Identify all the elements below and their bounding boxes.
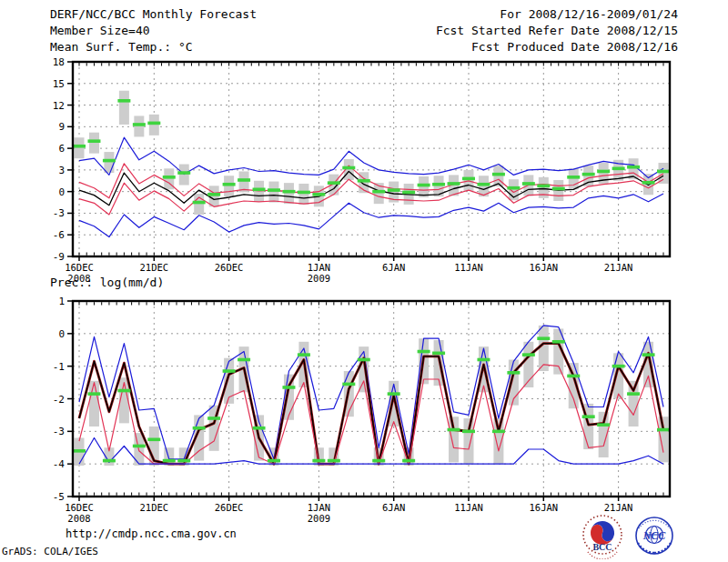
- temp-climatology-mark: [298, 191, 310, 195]
- temp-spread-bar: [209, 186, 219, 206]
- precip-climatology-mark: [402, 459, 415, 463]
- forecast-range-label: For 2008/12/16-2009/01/24: [500, 7, 678, 21]
- temp-y-tick-label: 12: [53, 100, 65, 112]
- temp-climatology-mark: [223, 183, 236, 186]
- precip-climatology-mark: [448, 428, 460, 432]
- temp-x-tick-label: 21JAN: [604, 262, 633, 273]
- precip-climatology-mark: [117, 389, 130, 393]
- temp-climatology-mark: [402, 191, 415, 195]
- precip-climatology-mark: [567, 375, 580, 378]
- temp-spread-bar: [224, 176, 234, 196]
- precip-spread-bar: [464, 418, 474, 464]
- temp-climatology-mark: [163, 176, 176, 179]
- temp-y-tick-label: -9: [53, 251, 65, 263]
- precip-climatology-mark: [342, 383, 355, 386]
- temp-climatology-mark: [507, 186, 520, 190]
- temp-climatology-mark: [177, 171, 190, 175]
- temp-climatology-mark: [238, 178, 250, 182]
- precip-x-tick-label: 26DEC: [215, 502, 244, 513]
- precip-climatology-mark: [268, 459, 280, 463]
- precip-climatology-mark: [642, 353, 655, 356]
- temp-y-tick-label: 18: [53, 56, 65, 68]
- precip-x-tick-label: 6JAN: [382, 502, 405, 513]
- precip-climatology-mark: [238, 358, 250, 362]
- precip-y-tick-label: -3: [53, 426, 65, 437]
- temp-spread-bar: [134, 115, 144, 136]
- precip-spread-bar: [389, 381, 399, 427]
- precip-climatology-mark: [582, 415, 595, 418]
- precip-climatology-mark: [507, 371, 520, 375]
- temp-spread-bar: [104, 152, 114, 173]
- temp-y-tick-label: 6: [58, 143, 65, 155]
- temp-climatology-mark: [477, 183, 490, 186]
- temp-x-tick-label: 26DEC: [215, 262, 244, 273]
- precip-y-tick-label: 1: [58, 296, 65, 307]
- temp-y-tick-label: 0: [58, 186, 65, 198]
- temp-plot-border: [73, 62, 670, 256]
- temp-x-tick-label: 16DEC: [65, 262, 94, 273]
- temp-climatology-mark: [418, 184, 430, 187]
- precip-x-tick-label: 11JAN: [454, 502, 483, 513]
- temp-climatology-mark: [73, 145, 86, 148]
- temp-climatology-mark: [522, 182, 535, 186]
- ncc-logo: NCC: [628, 516, 681, 557]
- precip-x-tick-label: 21DEC: [140, 502, 169, 513]
- bcc-logo: BCC: [579, 514, 626, 559]
- temp-x-tick-label: 6JAN: [382, 262, 405, 273]
- temp-chart-title: Mean Surf. Temp.: °C: [50, 40, 193, 54]
- precip-climatology-mark: [492, 430, 505, 434]
- precip-climatology-mark: [133, 445, 146, 448]
- temp-climatology-mark: [358, 179, 370, 183]
- temp-x-tick-label: 16JAN: [530, 262, 559, 273]
- temp-y-tick-label: -6: [53, 229, 65, 241]
- precip-x-tick-label: 21JAN: [604, 502, 633, 513]
- page-title: DERF/NCC/BCC Monthly Forecast: [50, 7, 257, 21]
- temp-climatology-mark: [627, 166, 640, 169]
- precip-climatology-mark: [223, 369, 236, 373]
- precip-x-tick-label: 16DEC: [65, 502, 94, 513]
- temp-x-tick-label: 21DEC: [140, 262, 169, 273]
- precip-y-tick-label: -2: [53, 394, 65, 406]
- precip-climatology-mark: [207, 416, 220, 420]
- temp-spread-bar: [149, 115, 159, 135]
- temp-climatology-mark: [642, 181, 655, 185]
- temp-spread-bar: [659, 163, 669, 184]
- temp-climatology-mark: [448, 182, 460, 186]
- temp-spread-bar: [298, 184, 308, 205]
- precip-climatology-mark: [627, 392, 640, 396]
- temp-climatology-mark: [567, 176, 580, 179]
- temp-climatology-mark: [372, 190, 385, 194]
- precip-climatology-mark: [193, 427, 206, 430]
- temp-y-tick-label: 3: [58, 165, 65, 176]
- precip-climatology-mark: [103, 459, 116, 463]
- source-url: http://cmdp.ncc.cma.gov.cn: [66, 527, 237, 540]
- precip-climatology-mark: [462, 430, 475, 434]
- precip-y-tick-label: -4: [53, 458, 66, 470]
- temp-climatology-mark: [462, 177, 475, 181]
- precip-climatology-mark: [87, 392, 100, 396]
- temp-climatology-mark: [103, 159, 116, 163]
- temp-climatology-mark: [432, 183, 445, 186]
- precip-y-tick-label: -1: [53, 361, 65, 373]
- precip-climatology-mark: [418, 350, 430, 354]
- precip-climatology-mark: [612, 365, 625, 368]
- temp-x-tick-label: 1JAN: [308, 262, 330, 273]
- temp-climatology-mark: [282, 190, 295, 194]
- temp-spread-bar: [419, 176, 429, 197]
- temp-climatology-mark: [207, 193, 220, 196]
- temp-climatology-mark: [388, 188, 400, 192]
- temp-climatology-mark: [537, 185, 550, 188]
- precip-x-tick-year: 2008: [67, 513, 90, 524]
- temp-spread-bar: [119, 91, 129, 125]
- member-size-label: Member Size=40: [50, 24, 150, 37]
- precip-climatology-mark: [477, 358, 490, 362]
- precip-climatology-mark: [372, 459, 385, 463]
- precip-climatology-mark: [177, 459, 190, 463]
- precip-spread-bar: [493, 418, 503, 464]
- temp-x-tick-label: 11JAN: [454, 262, 483, 273]
- temp-spread-bar: [284, 183, 294, 204]
- precip-climatology-mark: [597, 423, 610, 427]
- precip-climatology-mark: [253, 427, 266, 430]
- temp-climatology-mark: [253, 187, 266, 191]
- temp-spread-bar: [75, 137, 85, 158]
